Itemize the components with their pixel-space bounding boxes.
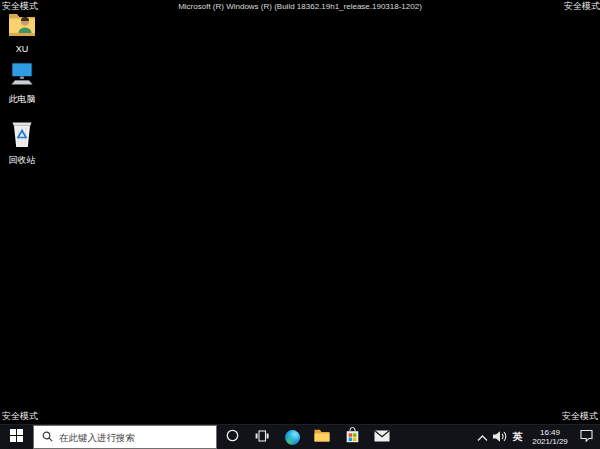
desktop-icon-user-folder[interactable]: XU [0, 10, 44, 54]
desktop-icon-recycle-bin[interactable]: 回收站 [0, 118, 44, 165]
safe-mode-desktop: { "safe_mode_label": "安全模式", "build_text… [0, 0, 600, 449]
mail-icon [374, 428, 390, 446]
edge-icon [285, 430, 300, 445]
windows-start-icon [10, 428, 23, 446]
store-icon [346, 427, 359, 447]
desktop-icon-this-pc[interactable]: 此电脑 [0, 61, 44, 104]
cortana-icon [226, 428, 239, 446]
recycle-bin-icon [10, 118, 34, 152]
cortana-button[interactable] [217, 425, 247, 449]
mail-button[interactable] [367, 425, 397, 449]
ime-indicator[interactable]: 英 [510, 425, 525, 449]
windows-build-text: Microsoft (R) Windows (R) (Build 18362.1… [0, 2, 600, 12]
task-view-button[interactable] [247, 425, 277, 449]
clock[interactable]: 16:49 2021/1/29 [525, 425, 575, 449]
taskbar-search[interactable] [33, 425, 217, 449]
volume-icon [493, 428, 508, 446]
file-explorer-button[interactable] [307, 425, 337, 449]
action-center-icon [580, 428, 593, 446]
safe-mode-label-bottom-right: 安全模式 [562, 411, 598, 421]
taskbar-empty-area [397, 425, 474, 449]
safe-mode-label-bottom-left: 安全模式 [2, 411, 38, 421]
clock-date: 2021/1/29 [525, 437, 575, 446]
taskbar: 英 16:49 2021/1/29 [0, 424, 600, 449]
desktop-icon-label: XU [16, 44, 29, 54]
chevron-up-icon [477, 428, 488, 446]
user-folder-icon [8, 10, 36, 41]
task-view-icon [255, 428, 269, 446]
tray-expand-button[interactable] [474, 425, 491, 449]
search-icon [42, 428, 53, 446]
search-input[interactable] [59, 432, 210, 443]
start-button[interactable] [0, 425, 33, 449]
system-tray: 英 16:49 2021/1/29 [474, 425, 600, 449]
clock-time: 16:49 [525, 428, 575, 437]
desktop-icon-label: 回收站 [9, 155, 36, 165]
desktop-icon-label: 此电脑 [9, 94, 36, 104]
volume-button[interactable] [491, 425, 510, 449]
this-pc-icon [8, 61, 36, 91]
ime-label: 英 [513, 430, 523, 444]
action-center-button[interactable] [575, 425, 600, 449]
edge-button[interactable] [277, 425, 307, 449]
store-button[interactable] [337, 425, 367, 449]
file-explorer-icon [314, 428, 330, 446]
